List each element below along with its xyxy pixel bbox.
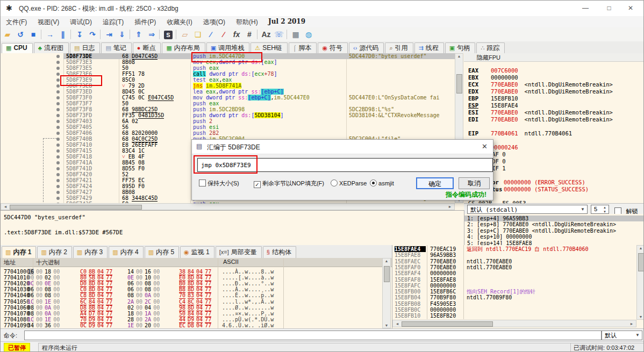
step-over-icon[interactable]: ↷ — [87, 28, 98, 40]
tab-CPU[interactable]: ▦CPU — [2, 43, 33, 54]
dump-hex-group[interactable]: ECD80477 — [179, 322, 213, 328]
xedparse-radio[interactable]: XEDParse — [331, 179, 367, 186]
step-into-icon[interactable]: ↧ — [74, 28, 85, 40]
scroll-left-icon[interactable]: ◄ — [393, 322, 401, 326]
syscall-icon[interactable]: ☏ — [273, 28, 285, 40]
breakpoint-dot[interactable] — [56, 179, 60, 182]
command-mode-select[interactable]: 默认 ▼ — [602, 331, 642, 340]
dump-hex-group[interactable]: B88D0477 — [179, 286, 213, 292]
dump-ascii[interactable]: ....Ø..w.......w — [222, 305, 274, 311]
scroll-down-icon[interactable]: ▼ — [383, 324, 390, 327]
stack-panel[interactable]: 15E8FAE4770EAC19返回到 ntdll.770EAC19 自 ntd… — [392, 245, 644, 328]
dump-hex-group[interactable]: C88D0477 — [80, 292, 115, 298]
register-row[interactable]: OF 0 DF 0 — [468, 158, 643, 165]
tab-跟踪[interactable]: ∴跟踪 — [476, 42, 505, 54]
disasm-instruction[interactable]: push esi — [193, 124, 346, 130]
tab-线程[interactable]: ⇉线程 — [414, 42, 444, 54]
breakpoint-dot[interactable] — [56, 90, 60, 94]
disasm-address[interactable]: 5D8F7429 — [66, 195, 117, 201]
register-row[interactable]: EAX007C6000 — [468, 67, 643, 74]
labels-icon[interactable]: ∕ — [205, 28, 217, 40]
tab-笔记[interactable]: ▤笔记 — [101, 42, 131, 54]
spinner-up-icon[interactable]: ▲ — [603, 206, 606, 209]
asmjit-radio[interactable]: asmjit — [370, 179, 394, 186]
dump-hex-group[interactable]: 1C001E00 — [27, 317, 62, 322]
register-row[interactable]: ESP15E8FAE4 — [468, 102, 643, 109]
dump-ascii[interactable]: ....À..w....¸..w — [222, 286, 274, 292]
breakpoint-dot[interactable] — [56, 78, 60, 82]
menu-item[interactable]: 帮助(H) — [231, 16, 263, 27]
disasm-instruction[interactable]: push dword ptr ds:[5DD38104] — [193, 112, 346, 118]
step-out-icon[interactable]: ⇑ — [133, 28, 145, 40]
disasm-address[interactable]: 5D8F7415 — [66, 148, 117, 154]
breakpoint-dot[interactable] — [56, 96, 60, 99]
dump-ascii[interactable]: ....l..w*.,.Ä..w — [222, 299, 274, 305]
argument-row[interactable]: 3: [esp+C] 770EABE0 <ntdll.DbgUiRemoteBr… — [464, 228, 644, 234]
dump-hex-group[interactable]: 0CD90477 — [80, 322, 115, 328]
scroll-up-icon[interactable]: ▲ — [383, 259, 390, 263]
tab-符号[interactable]: ◉符号 — [318, 42, 348, 54]
register-row[interactable]: ECX770EABE0<ntdll.DbgUiRemoteBreakin> — [468, 81, 643, 88]
stack-row[interactable]: 15E8FAFC00000000 — [392, 283, 644, 289]
dump-hex-group[interactable]: 16001800 — [27, 269, 62, 275]
disasm-address[interactable]: 5D8F7410 — [66, 142, 117, 148]
breakpoint-dot[interactable] — [56, 102, 60, 105]
dump-hex-group[interactable]: 00000200 — [27, 275, 62, 281]
menu-item[interactable]: 调试(D) — [65, 16, 97, 27]
breakpoint-dot[interactable] — [56, 155, 60, 159]
close-button[interactable]: ✕ — [620, 1, 641, 16]
run-icon[interactable]: → — [44, 28, 56, 40]
dump-hex-group[interactable]: 38840477 — [179, 269, 213, 275]
disasm-address[interactable]: 5D8F7420 — [66, 171, 117, 177]
scroll-right-icon[interactable]: ► — [446, 205, 454, 209]
dump-address[interactable]: 77041070 — [4, 311, 30, 317]
tab-引用[interactable]: ⌕引用 — [385, 42, 413, 54]
disasm-instruction[interactable]: push 282 — [193, 130, 346, 136]
dump-hex-group[interactable]: D08D0477 — [80, 281, 115, 286]
disasm-instruction[interactable]: jns im.5D8F741A — [193, 83, 346, 89]
tab-内存 1[interactable]: ▥内存 1 — [2, 246, 36, 258]
argument-count-stepper[interactable]: 5 ▲ ▼ — [591, 205, 609, 214]
keep-size-checkbox[interactable]: 保持大小(S) — [199, 179, 239, 188]
dump-hex-group[interactable]: 08000A00 — [27, 305, 62, 311]
breakpoint-dot[interactable] — [56, 73, 60, 76]
scroll-down-icon[interactable]: ▼ — [637, 315, 644, 319]
breakpoint-dot[interactable] — [56, 126, 60, 129]
menu-item[interactable]: 文件(F) — [1, 16, 32, 27]
tab-监视 1[interactable]: ◉监视 1 — [180, 246, 214, 258]
maximize-button[interactable]: □ — [598, 1, 620, 16]
disasm-address[interactable]: 5D8F7405 — [66, 124, 117, 130]
disasm-instruction[interactable]: push im.5DC2BD98 — [193, 106, 346, 112]
tab-内存 3[interactable]: ▥内存 3 — [73, 246, 108, 258]
hide-fpu-toggle[interactable]: 隐藏FPU — [464, 53, 644, 62]
scroll-thumb[interactable] — [10, 205, 142, 210]
dump-ascii[interactable]: ....¤×.w....P..w — [222, 311, 274, 317]
disasm-address[interactable]: 5D8F73F7 — [66, 100, 117, 106]
disasm-address[interactable]: 5D8F73DE — [66, 53, 117, 59]
patches-icon[interactable]: ▱ — [179, 28, 191, 40]
minimize-button[interactable]: — — [575, 1, 596, 16]
dump-ascii[interactable]: .....[.w....à..w — [222, 275, 274, 281]
disasm-address[interactable]: 5D8F73F8 — [66, 106, 117, 112]
dump-hex-group[interactable]: 2A002C00 — [127, 299, 162, 305]
disasm-address[interactable]: 5D8F7403 — [66, 118, 117, 124]
register-row[interactable]: EBP15E8FB10 — [468, 95, 643, 102]
dump-hex-group[interactable]: 0C000E00 — [27, 281, 62, 286]
register-row[interactable]: LastStatus00000000 (STATUS_SUCCESS) — [468, 186, 643, 193]
disasm-address[interactable]: 5D8F73E5 — [66, 65, 117, 71]
dump-ascii[interactable]: 4.6..Ù.w.. .ìØ.w — [222, 322, 274, 328]
stack-row[interactable]: 15E8FAEC770EABE0ntdll.770EABE0 — [392, 258, 644, 264]
tab-句柄[interactable]: ▣句柄 — [445, 42, 475, 54]
dump-hex-group[interactable]: 18001A00 — [127, 311, 162, 317]
menu-item[interactable]: 插件(P) — [129, 16, 161, 27]
disasm-instruction[interactable]: call dword ptr ds:[ecx+78] — [193, 71, 346, 77]
dump-address[interactable]: 77041020 — [4, 281, 30, 286]
breakpoint-dot[interactable] — [56, 197, 60, 200]
stack-row[interactable]: 15E8FB0C00000000 — [392, 307, 644, 313]
register-row[interactable]: ESI770EABE0<ntdll.DbgUiRemoteBreakin> — [468, 109, 643, 116]
pause-icon[interactable]: ∥ — [57, 28, 69, 40]
dump-hex-group[interactable]: 1E002000 — [127, 322, 162, 328]
disasm-instruction[interactable]: push 2 — [193, 118, 346, 124]
dump-hex-group[interactable]: 70D90477 — [80, 317, 115, 322]
disasm-address[interactable]: 5D8F7421 — [66, 177, 117, 183]
